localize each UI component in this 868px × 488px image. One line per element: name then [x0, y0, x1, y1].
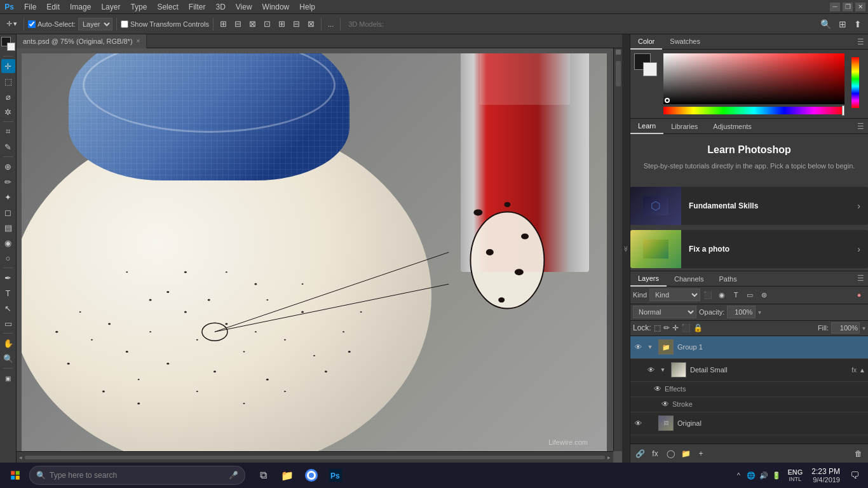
workspace-btn[interactable]: ⊞ [836, 17, 849, 32]
auto-select-checkbox[interactable]: Auto-Select: [28, 20, 76, 28]
more-options-btn[interactable]: ... [325, 17, 336, 32]
new-group-btn[interactable]: 📁 [679, 447, 693, 461]
lasso-tool[interactable]: ⌀ [1, 90, 15, 104]
color-selector[interactable] [1, 37, 15, 51]
fill-input[interactable] [831, 322, 860, 334]
horizontal-scrollbar[interactable]: ◂ ▸ [17, 451, 613, 463]
eyedropper-tool[interactable]: ✎ [1, 140, 15, 154]
path-select-tool[interactable]: ↖ [1, 301, 15, 315]
filter-type-btn[interactable]: T [729, 288, 742, 301]
fill-arrow[interactable]: ▾ [862, 325, 865, 332]
start-button[interactable] [3, 463, 28, 488]
opacity-input[interactable] [727, 306, 756, 318]
add-mask-btn[interactable]: ◯ [663, 447, 677, 461]
menu-edit[interactable]: Edit [41, 1, 65, 13]
layer-expand-group1[interactable]: ▼ [646, 342, 654, 351]
lock-transparent-btn[interactable]: ⬚ [654, 323, 661, 332]
tab-swatches[interactable]: Swatches [662, 34, 708, 50]
scroll-left-arrow[interactable]: ◂ [19, 454, 22, 461]
layer-eye-detail[interactable]: 👁 [646, 365, 656, 375]
filter-kind-select[interactable]: Kind [649, 288, 700, 301]
distribute-btn[interactable]: ⊠ [305, 17, 317, 32]
color-panel-menu[interactable]: ☰ [853, 34, 868, 49]
blend-mode-select[interactable]: Normal [633, 306, 696, 318]
dodge-tool[interactable]: ○ [1, 251, 15, 265]
layer-group-1[interactable]: 👁 ▼ 📁 Group 1 [630, 336, 868, 359]
show-transform-checkbox[interactable]: Show Transform Controls [121, 20, 209, 28]
auto-select-mode[interactable]: Layer [78, 18, 112, 30]
tab-close-btn[interactable]: × [137, 37, 140, 44]
tab-adjustments[interactable]: Adjustments [705, 119, 759, 134]
search-toolbar-btn[interactable]: 🔍 [818, 17, 834, 32]
delete-layer-btn[interactable]: 🗑 [851, 447, 865, 461]
chrome-btn[interactable] [300, 464, 323, 487]
align-middle-btn[interactable]: ⊞ [276, 17, 288, 32]
minimize-button[interactable]: ─ [830, 3, 840, 11]
hand-tool[interactable]: ✋ [1, 336, 15, 350]
eraser-tool[interactable]: ◻ [1, 205, 15, 219]
layer-stroke[interactable]: 👁 Stroke [630, 397, 868, 412]
lock-position-btn[interactable]: ✛ [672, 323, 679, 332]
tutorial-fix-photo[interactable]: Fix a photo › [630, 230, 868, 268]
layer-expand-detail[interactable]: ▼ [658, 365, 667, 374]
lock-paint-btn[interactable]: ✏ [663, 323, 670, 332]
type-tool[interactable]: T [1, 286, 15, 300]
brush-tool[interactable]: ✏ [1, 175, 15, 189]
document-tab[interactable]: ants.psd @ 75% (Original, RGB/8*) × [17, 34, 147, 48]
menu-layer[interactable]: Layer [96, 1, 125, 13]
menu-view[interactable]: View [231, 1, 257, 13]
menu-file[interactable]: File [19, 1, 41, 13]
volume-icon[interactable]: 🔊 [758, 470, 770, 481]
move-tool-options[interactable]: ✛ ▾ [4, 17, 20, 32]
tray-show-btn[interactable]: ^ [733, 470, 744, 481]
move-tool[interactable]: ✛ [1, 59, 15, 73]
clone-tool[interactable]: ✦ [1, 190, 15, 204]
filter-smart-btn[interactable]: ⊛ [757, 288, 770, 301]
layer-style-btn[interactable]: fx [648, 447, 662, 461]
network-icon[interactable]: 🌐 [745, 470, 757, 481]
scroll-right-arrow[interactable]: ▸ [607, 454, 611, 461]
vertical-scrollbar[interactable] [613, 48, 622, 451]
layer-detail-small[interactable]: 👁 ▼ Detail Small fx ▲ [630, 359, 868, 382]
panel-collapse[interactable]: ≫ [622, 34, 630, 463]
lock-artboard-btn[interactable]: ⬛ [681, 323, 691, 332]
filter-adjustment-btn[interactable]: ◉ [715, 288, 728, 301]
tab-paths[interactable]: Paths [712, 271, 745, 287]
gradient-tool[interactable]: ▤ [1, 220, 15, 234]
tab-libraries[interactable]: Libraries [663, 119, 705, 134]
menu-3d[interactable]: 3D [210, 1, 230, 13]
language-indicator[interactable]: ENG INTL [785, 468, 805, 482]
share-btn[interactable]: ⬆ [851, 17, 864, 32]
color-gradient[interactable] [663, 53, 844, 104]
new-layer-btn[interactable]: + [694, 447, 708, 461]
link-layers-btn[interactable]: 🔗 [633, 447, 647, 461]
file-explorer-btn[interactable]: 📁 [276, 464, 299, 487]
menu-filter[interactable]: Filter [184, 1, 211, 13]
canvas-container[interactable]: Lifewire.com ◂ ▸ [17, 48, 622, 463]
task-view-btn[interactable]: ⧉ [252, 464, 275, 487]
screen-mode-btn[interactable]: ▣ [1, 371, 15, 385]
menu-type[interactable]: Type [125, 1, 152, 13]
hue-bar[interactable] [663, 107, 844, 114]
layer-eye-group1[interactable]: 👁 [633, 342, 643, 352]
layer-original[interactable]: 👁 🖼 Original [630, 412, 868, 435]
tutorial-fundamental[interactable]: ⬡ Fundamental Skills › [630, 187, 868, 225]
menu-window[interactable]: Window [257, 1, 295, 13]
blur-tool[interactable]: ◉ [1, 236, 15, 250]
layer-eye-original[interactable]: 👁 [633, 418, 643, 428]
layers-panel-menu[interactable]: ☰ [853, 271, 868, 286]
magic-wand-tool[interactable]: ✲ [1, 105, 15, 119]
foreground-background-colors[interactable] [634, 53, 657, 76]
menu-select[interactable]: Select [152, 1, 183, 13]
tab-learn[interactable]: Learn [630, 119, 663, 134]
photoshop-taskbar-btn[interactable]: Ps [324, 464, 347, 487]
healing-brush-tool[interactable]: ⊕ [1, 159, 15, 173]
spectrum-bar[interactable] [851, 57, 859, 108]
taskbar-search[interactable]: 🔍 Type here to search 🎤 [29, 466, 245, 485]
filter-shape-btn[interactable]: ▭ [743, 288, 756, 301]
zoom-tool[interactable]: 🔍 [1, 351, 15, 365]
tab-layers[interactable]: Layers [630, 271, 667, 287]
notification-btn[interactable]: 🗨 [846, 464, 863, 487]
menu-image[interactable]: Image [65, 1, 96, 13]
close-button[interactable]: ✕ [855, 3, 865, 11]
